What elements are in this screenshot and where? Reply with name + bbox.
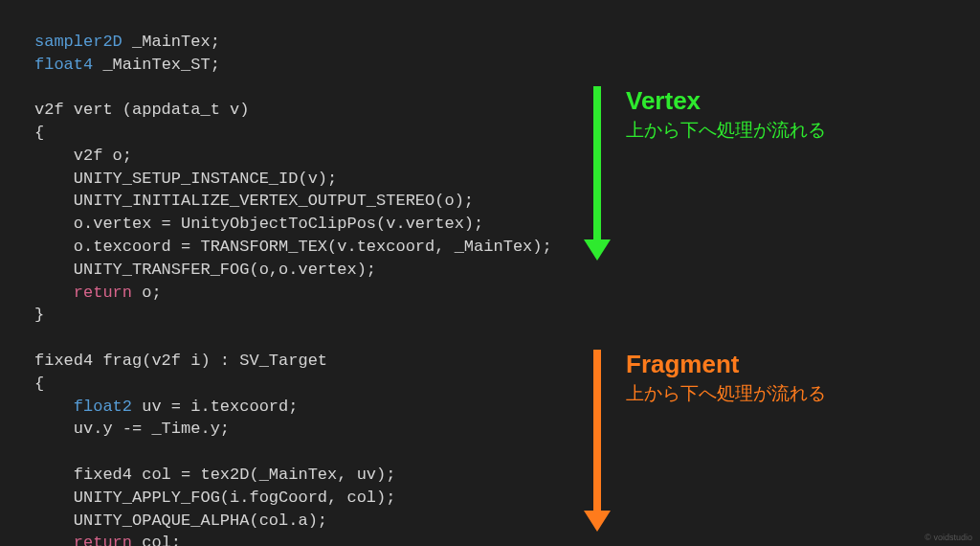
code-text: UNITY_APPLY_FOG(i.fogCoord, col);	[34, 489, 395, 507]
code-text: o.vertex = UnityObjectToClipPos(v.vertex…	[34, 215, 483, 233]
code-text: v2f o;	[34, 147, 132, 165]
code-keyword-return: return	[74, 534, 132, 546]
code-text: o;	[132, 284, 162, 302]
code-text: UNITY_SETUP_INSTANCE_ID(v);	[34, 170, 337, 188]
code-text: {	[34, 375, 44, 393]
code-text: UNITY_INITIALIZE_VERTEX_OUTPUT_STEREO(o)…	[34, 192, 474, 210]
code-text	[34, 398, 74, 416]
code-text: UNITY_TRANSFER_FOG(o,o.vertex);	[34, 261, 376, 279]
code-text: o.texcoord = TRANSFORM_TEX(v.texcoord, _…	[34, 238, 552, 256]
annotation-subtitle: 上から下へ処理が流れる	[626, 118, 826, 143]
code-text: }	[34, 306, 44, 324]
code-text	[34, 284, 74, 302]
code-text: uv.y -= _Time.y;	[34, 420, 230, 438]
annotation-title: Vertex	[626, 86, 826, 116]
code-keyword-type: sampler2D	[34, 33, 122, 51]
code-keyword-type: float2	[74, 398, 132, 416]
code-text: fixed4 col = tex2D(_MainTex, uv);	[34, 466, 395, 484]
code-text: col;	[132, 534, 181, 546]
arrow-down-icon	[586, 350, 609, 532]
arrow-down-icon	[586, 86, 609, 261]
annotation-title: Fragment	[626, 350, 826, 379]
annotation-subtitle: 上から下へ処理が流れる	[626, 381, 826, 406]
code-text: _MainTex_ST;	[93, 56, 220, 74]
watermark: © voidstudio	[924, 533, 972, 542]
code-keyword-type: float4	[34, 56, 93, 74]
annotation-fragment: Fragment 上から下へ処理が流れる	[586, 350, 826, 532]
code-text: v2f vert (appdata_t v)	[34, 101, 249, 119]
annotation-vertex: Vertex 上から下へ処理が流れる	[586, 86, 826, 261]
code-text: UNITY_OPAQUE_ALPHA(col.a);	[34, 512, 327, 530]
code-text	[34, 534, 74, 546]
annotation-label-group: Vertex 上から下へ処理が流れる	[626, 86, 826, 143]
code-block: sampler2D _MainTex; float4 _MainTex_ST; …	[0, 0, 980, 546]
code-text: _MainTex;	[122, 33, 220, 51]
annotation-label-group: Fragment 上から下へ処理が流れる	[626, 350, 826, 406]
code-text: {	[34, 124, 44, 142]
code-keyword-return: return	[74, 284, 132, 302]
code-text: uv = i.texcoord;	[132, 398, 298, 416]
code-text: fixed4 frag(v2f i) : SV_Target	[34, 352, 327, 370]
